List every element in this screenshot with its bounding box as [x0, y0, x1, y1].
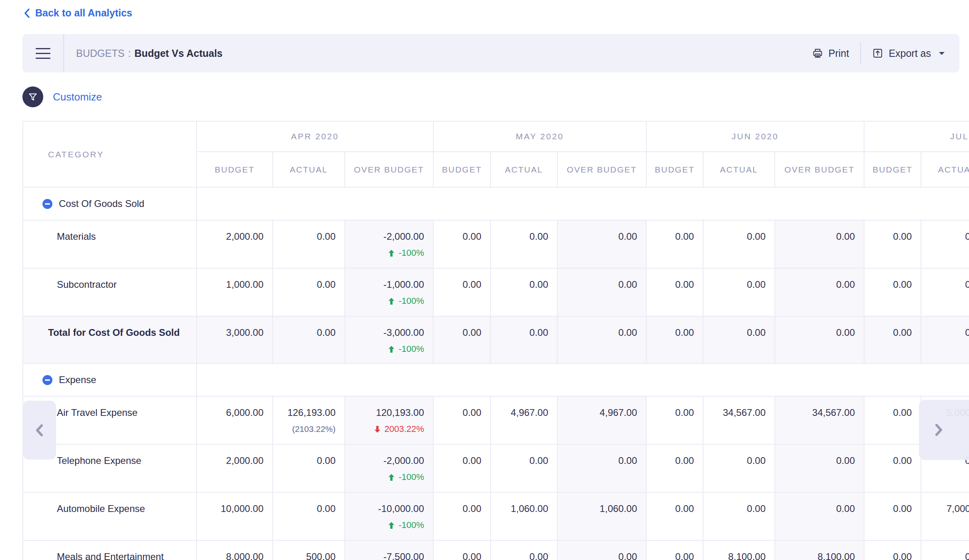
budget-cell: 0.00 [646, 492, 703, 540]
actual-cell: 0.00 [703, 316, 775, 363]
over-budget-cell: 0.00 [557, 540, 646, 560]
actual-cell: 0.00 [273, 220, 345, 268]
over-budget-delta: -100% [345, 520, 424, 530]
arrow-up-icon [388, 522, 395, 529]
chevron-left-icon [23, 8, 31, 18]
collapse-icon [42, 375, 53, 385]
budget-cell: 0.00 [433, 316, 491, 363]
group-category-cell: Expense [23, 363, 197, 396]
export-as-button[interactable]: Export as [872, 48, 946, 59]
budget-cell: 0.00 [433, 444, 491, 492]
customize-row: Customize [22, 86, 102, 107]
collapse-group-button[interactable] [42, 199, 53, 209]
filter-button[interactable] [22, 86, 43, 107]
over-budget-cell: 0.00 [775, 444, 864, 492]
budget-cell: 0.00 [433, 268, 491, 316]
scroll-left-button[interactable] [23, 401, 56, 460]
actual-cell: 500.00 [273, 540, 345, 560]
budget-cell: 0.00 [864, 396, 921, 444]
group-label: Expense [59, 374, 96, 385]
table-row: Telephone Expense2,000.000.00-2,000.00-1… [23, 444, 969, 492]
over-budget-cell: -2,000.00-100% [345, 444, 433, 492]
budget-cell: 0.00 [864, 492, 921, 540]
budget-cell: 0.00 [864, 268, 921, 316]
budget-cell: 0.00 [433, 396, 491, 444]
arrow-down-icon [374, 426, 381, 433]
sub-column-header: ACTUAL [921, 152, 969, 187]
table-row: Air Travel Expense6,000.00126,193.00(210… [23, 396, 969, 444]
budget-cell: 0.00 [864, 444, 921, 492]
budget-cell: 2,000.00 [197, 444, 273, 492]
category-cell: Subcontractor [23, 268, 197, 316]
over-budget-cell: -1,000.00-100% [345, 268, 433, 316]
over-budget-cell: 120,193.002003.22% [345, 396, 433, 444]
sub-column-header: BUDGET [864, 152, 921, 187]
budget-cell: 1,000.00 [197, 268, 273, 316]
group-label: Cost Of Goods Sold [59, 198, 144, 209]
actual-cell: 0.00 [921, 220, 969, 268]
actual-cell: 0.00 [273, 268, 345, 316]
actual-cell: 1,060.00 [491, 492, 557, 540]
report-toolbar: BUDGETS : Budget Vs Actuals Print Export… [22, 34, 959, 72]
budget-cell: 0.00 [646, 540, 703, 560]
chevron-right-icon [932, 422, 945, 438]
print-button[interactable]: Print [812, 48, 849, 59]
table-row: Total for Cost Of Goods Sold3,000.000.00… [23, 316, 969, 363]
menu-button[interactable] [22, 48, 63, 59]
over-budget-cell: -3,000.00-100% [345, 316, 433, 363]
collapse-group-button[interactable] [42, 375, 53, 385]
actual-cell: 0.00 [703, 444, 775, 492]
category-cell: Materials [23, 220, 197, 268]
month-header: JUL 2020 [864, 121, 969, 152]
back-link[interactable]: Back to all Analytics [23, 7, 132, 19]
actual-cell: 0.00 [273, 316, 345, 363]
budget-cell: 0.00 [433, 492, 491, 540]
over-budget-cell: 0.00 [775, 268, 864, 316]
actual-cell: 0.00 [921, 316, 969, 363]
over-budget-cell: 0.00 [775, 220, 864, 268]
arrow-up-icon [388, 249, 395, 257]
table-viewport: CATEGORYAPR 2020MAY 2020JUN 2020JUL 2020… [22, 121, 969, 560]
over-budget-cell: -7,500.00 [345, 540, 433, 560]
arrow-up-icon [388, 345, 395, 353]
sub-column-header: OVER BUDGET [775, 152, 864, 187]
category-cell: Automobile Expense [23, 492, 197, 540]
budget-vs-actuals-table: CATEGORYAPR 2020MAY 2020JUN 2020JUL 2020… [22, 121, 969, 560]
chevron-left-icon [33, 422, 46, 438]
customize-link[interactable]: Customize [53, 91, 102, 103]
sub-column-header: BUDGET [433, 152, 491, 187]
budget-cell: 0.00 [646, 220, 703, 268]
actual-cell: 7,000.00 [921, 492, 969, 540]
export-icon [872, 48, 883, 59]
over-budget-delta: -100% [345, 472, 424, 482]
actual-cell: 8,100.00 [703, 540, 775, 560]
over-budget-cell: -2,000.00-100% [345, 220, 433, 268]
budget-cell: 8,000.00 [197, 540, 273, 560]
actual-cell: 0.00 [273, 444, 345, 492]
sub-column-header: OVER BUDGET [557, 152, 646, 187]
sub-column-header: BUDGET [646, 152, 703, 187]
toolbar-divider [860, 42, 861, 64]
over-budget-cell: 34,567.00 [775, 396, 864, 444]
budget-cell: 0.00 [646, 444, 703, 492]
category-column-header: CATEGORY [23, 121, 197, 187]
arrow-up-icon [388, 474, 395, 481]
category-cell: Total for Cost Of Goods Sold [23, 316, 197, 363]
actual-cell: 0.00 [491, 316, 557, 363]
actual-cell: 126,193.00(2103.22%) [273, 396, 345, 444]
over-budget-cell: 0.00 [775, 492, 864, 540]
over-budget-cell: 0.00 [557, 268, 646, 316]
actual-cell: 34,567.00 [703, 396, 775, 444]
actual-cell: 0.00 [703, 268, 775, 316]
printer-icon [812, 48, 823, 59]
over-budget-cell: 4,967.00 [557, 396, 646, 444]
back-link-label: Back to all Analytics [35, 7, 132, 19]
over-budget-cell: 0.00 [557, 444, 646, 492]
budget-cell: 3,000.00 [197, 316, 273, 363]
actual-cell: 0.00 [273, 492, 345, 540]
table-row: Automobile Expense10,000.000.00-10,000.0… [23, 492, 969, 540]
budget-cell: 0.00 [864, 220, 921, 268]
actual-cell: 4,967.00 [491, 396, 557, 444]
scroll-right-button[interactable] [919, 400, 969, 460]
sub-column-header: OVER BUDGET [345, 152, 433, 187]
